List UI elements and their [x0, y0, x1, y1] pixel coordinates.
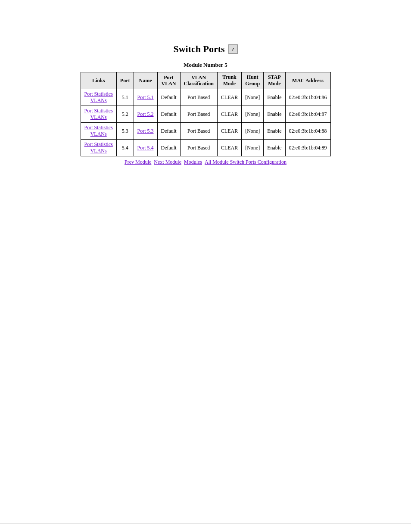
stap-mode-cell: Enable	[264, 89, 285, 106]
trunk-mode-cell: CLEAR	[217, 123, 241, 140]
col-header-port: Port	[116, 72, 134, 89]
port-cell: 5.2	[116, 106, 134, 123]
trunk-mode-cell: CLEAR	[217, 89, 241, 106]
col-header-name: Name	[134, 72, 157, 89]
page-wrapper: Switch Ports ? Module Number 5 Links Por…	[0, 0, 411, 532]
col-header-trunk-mode: TrunkMode	[217, 72, 241, 89]
module-label: Module Number 5	[184, 62, 227, 68]
vlans-link[interactable]: VLANs	[90, 97, 107, 103]
port-name-link[interactable]: Port 5.4	[137, 145, 154, 151]
links-cell: Port StatisticsVLANs	[81, 106, 116, 123]
name-cell: Port 5.4	[134, 140, 157, 156]
port-cell: 5.4	[116, 140, 134, 156]
mac-address-cell: 02:e0:3b:1b:04:88	[285, 123, 330, 140]
col-header-links: Links	[81, 72, 116, 89]
port-vlan-cell: Default	[157, 106, 180, 123]
footer-nav: Prev Module Next Module Modules All Modu…	[125, 159, 286, 165]
port-name-link[interactable]: Port 5.1	[137, 94, 154, 100]
hunt-group-cell: [None]	[242, 140, 264, 156]
col-header-vlan-classification: VLANClassification	[180, 72, 217, 89]
table-header-row: Links Port Name PortVLAN VLANClassificat…	[81, 72, 330, 89]
vlans-link[interactable]: VLANs	[90, 114, 107, 120]
col-header-mac-address: MAC Address	[285, 72, 330, 89]
col-header-port-vlan: PortVLAN	[157, 72, 180, 89]
stap-mode-cell: Enable	[264, 123, 285, 140]
col-header-hunt-group: HuntGroup	[242, 72, 264, 89]
table-row: Port StatisticsVLANs5.1Port 5.1DefaultPo…	[81, 89, 330, 106]
mac-address-cell: 02:e0:3b:1b:04:87	[285, 106, 330, 123]
stap-mode-cell: Enable	[264, 106, 285, 123]
links-cell: Port StatisticsVLANs	[81, 89, 116, 106]
hunt-group-cell: [None]	[242, 106, 264, 123]
all-module-link[interactable]: All Module Switch Ports Configuration	[205, 159, 286, 165]
col-header-stap-mode: STAPMode	[264, 72, 285, 89]
trunk-mode-cell: CLEAR	[217, 140, 241, 156]
links-cell: Port StatisticsVLANs	[81, 140, 116, 156]
page-title-area: Switch Ports ?	[173, 44, 237, 55]
prev-module-link[interactable]: Prev Module	[125, 159, 151, 165]
hunt-group-cell: [None]	[242, 89, 264, 106]
port-statistics-link[interactable]: Port Statistics	[84, 91, 113, 97]
stap-mode-cell: Enable	[264, 140, 285, 156]
table-row: Port StatisticsVLANs5.2Port 5.2DefaultPo…	[81, 106, 330, 123]
vlans-link[interactable]: VLANs	[90, 148, 107, 154]
content-area: Switch Ports ? Module Number 5 Links Por…	[0, 26, 411, 165]
mac-address-cell: 02:e0:3b:1b:04:89	[285, 140, 330, 156]
vlans-link[interactable]: VLANs	[90, 131, 107, 137]
modules-link[interactable]: Modules	[184, 159, 202, 165]
page-title-text: Switch Ports	[173, 44, 224, 55]
port-vlan-cell: Default	[157, 140, 180, 156]
port-statistics-link[interactable]: Port Statistics	[84, 141, 113, 147]
port-statistics-link[interactable]: Port Statistics	[84, 124, 113, 131]
table-row: Port StatisticsVLANs5.3Port 5.3DefaultPo…	[81, 123, 330, 140]
table-row: Port StatisticsVLANs5.4Port 5.4DefaultPo…	[81, 140, 330, 156]
hunt-group-cell: [None]	[242, 123, 264, 140]
vlan-classification-cell: Port Based	[180, 140, 217, 156]
name-cell: Port 5.2	[134, 106, 157, 123]
port-statistics-link[interactable]: Port Statistics	[84, 108, 113, 114]
switch-ports-table: Links Port Name PortVLAN VLANClassificat…	[81, 72, 331, 156]
port-cell: 5.3	[116, 123, 134, 140]
bottom-divider	[0, 523, 411, 523]
vlan-classification-cell: Port Based	[180, 123, 217, 140]
help-icon[interactable]: ?	[228, 44, 238, 54]
port-name-link[interactable]: Port 5.2	[137, 111, 154, 117]
mac-address-cell: 02:e0:3b:1b:04:86	[285, 89, 330, 106]
next-module-link[interactable]: Next Module	[154, 159, 181, 165]
port-cell: 5.1	[116, 89, 134, 106]
name-cell: Port 5.1	[134, 89, 157, 106]
port-name-link[interactable]: Port 5.3	[137, 128, 154, 134]
links-cell: Port StatisticsVLANs	[81, 123, 116, 140]
port-vlan-cell: Default	[157, 123, 180, 140]
trunk-mode-cell: CLEAR	[217, 106, 241, 123]
vlan-classification-cell: Port Based	[180, 89, 217, 106]
port-vlan-cell: Default	[157, 89, 180, 106]
name-cell: Port 5.3	[134, 123, 157, 140]
vlan-classification-cell: Port Based	[180, 106, 217, 123]
